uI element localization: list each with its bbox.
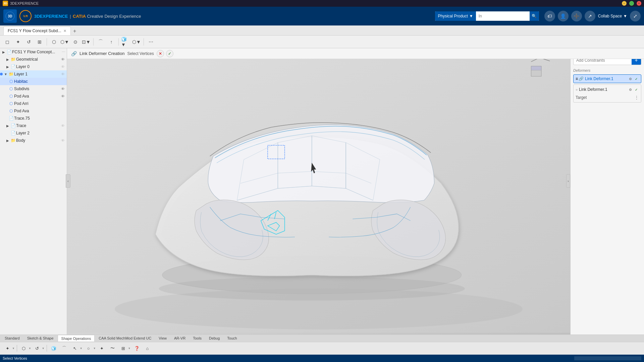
- deformer-detail-expand[interactable]: ○: [576, 88, 578, 92]
- tree-podava1[interactable]: ⬡ Pod Ava 👁: [0, 93, 67, 100]
- toolbar-btn-f[interactable]: ↑: [107, 37, 116, 47]
- toolbar-btn-select[interactable]: ◻: [3, 37, 12, 47]
- body-eye[interactable]: 👁: [60, 138, 65, 143]
- tab-standard[interactable]: Standard: [1, 335, 23, 342]
- search-input[interactable]: [476, 11, 530, 21]
- target-menu[interactable]: ⋮: [634, 95, 639, 100]
- geometrical-expand[interactable]: ▶: [5, 57, 10, 62]
- status-input[interactable]: [574, 356, 641, 360]
- deformer-item-label[interactable]: Link Deformer.1: [585, 76, 626, 81]
- tree-trace[interactable]: ▶ 📄 Trace 👁: [0, 122, 67, 129]
- right-panel-collapse[interactable]: ›: [566, 174, 570, 188]
- bt-dropdown-5[interactable]: ▼: [93, 347, 96, 350]
- bt-btn-star[interactable]: ✦: [97, 344, 107, 353]
- link-deformer-ok[interactable]: ✓: [166, 50, 173, 57]
- bt-dropdown-6[interactable]: ▼: [128, 347, 131, 350]
- tab-sketch-shape[interactable]: Sketch & Shape: [24, 335, 57, 342]
- close-button[interactable]: ×: [637, 1, 641, 6]
- toolbar-btn-e[interactable]: ⌒: [96, 37, 105, 47]
- viewport[interactable]: Z: [67, 36, 570, 335]
- toolbar-btn-d[interactable]: ⊡▼: [82, 37, 91, 47]
- tab-tools[interactable]: Tools: [190, 335, 205, 342]
- bt-btn-grid[interactable]: ⊞: [119, 344, 128, 353]
- user-button[interactable]: 👤: [558, 11, 569, 21]
- toolbar-btn-view2[interactable]: ⬡▼: [132, 37, 141, 47]
- bt-btn-3d[interactable]: 🧊: [49, 344, 58, 353]
- layer0-eye[interactable]: 👁: [60, 64, 65, 69]
- detail-settings-btn[interactable]: ⚙: [628, 87, 633, 92]
- maximize-view-button[interactable]: ⤢: [630, 11, 641, 21]
- layer0-expand[interactable]: ▶: [5, 64, 10, 69]
- tree-habitac[interactable]: ⬡ Habitac: [0, 78, 67, 85]
- bt-dropdown-4[interactable]: ▼: [80, 347, 83, 350]
- toolbar-btn-more[interactable]: ⋯: [146, 37, 156, 47]
- toolbar-btn-a[interactable]: ⬡: [49, 37, 59, 47]
- search-dropdown[interactable]: Physical Product ▼: [435, 11, 476, 21]
- toolbar-btn-copy[interactable]: ⊞: [35, 37, 44, 47]
- link-deformer-cancel[interactable]: ✕: [157, 50, 164, 57]
- bt-btn-help[interactable]: ❓: [132, 344, 142, 353]
- collab-space[interactable]: Collab Space ▼: [598, 14, 627, 18]
- tree-subdivis[interactable]: ⬡ Subdivis 👁: [0, 85, 67, 93]
- tree-layer0[interactable]: ▶ 📄 Layer 0 👁: [0, 63, 67, 70]
- tab-arvr[interactable]: AR-VR: [171, 335, 189, 342]
- tab-shape-operations[interactable]: Shape Operations: [58, 335, 95, 342]
- left-sidebar-collapse[interactable]: ‹: [66, 174, 70, 188]
- deformer-ok-btn[interactable]: ✓: [634, 76, 639, 81]
- bt-btn-circle[interactable]: ○: [84, 344, 93, 353]
- bt-dropdown-2[interactable]: ▼: [29, 347, 31, 350]
- minimize-button[interactable]: −: [622, 1, 627, 6]
- new-tab-button[interactable]: +: [71, 27, 79, 35]
- deformer-settings-btn[interactable]: ⚙: [628, 76, 633, 81]
- tree-body[interactable]: ▶ 📁 Body 👁: [0, 137, 67, 144]
- share-button[interactable]: ↗: [585, 11, 595, 21]
- trace-eye[interactable]: 👁: [60, 123, 65, 128]
- deformer-item[interactable]: ≡ 🔗 Link Deformer.1 ⚙ ✓: [573, 74, 641, 83]
- add-button[interactable]: ➕: [571, 11, 582, 21]
- root-menu[interactable]: ⋯: [62, 50, 65, 54]
- bt-btn-arrow[interactable]: ↖: [70, 344, 80, 353]
- bookmark-button[interactable]: 🏷: [544, 11, 555, 21]
- link-deformer-step: Select Vertices: [127, 51, 154, 56]
- body-expand[interactable]: ▶: [5, 138, 10, 143]
- bt-btn-wave[interactable]: 〜: [108, 344, 117, 353]
- maximize-button[interactable]: □: [629, 1, 634, 6]
- active-tab[interactable]: FCS1 Y Flow Concept Subd... ✕: [3, 26, 71, 35]
- tree-podava2[interactable]: ⬡ Pod Ava: [0, 107, 67, 115]
- trace-expand[interactable]: ▶: [5, 123, 10, 128]
- podava1-icon: ⬡: [8, 93, 14, 99]
- toolbar-btn-c[interactable]: ⊙: [71, 37, 80, 47]
- tab-caa-solid[interactable]: CAA Solid MechMod Extend UC: [95, 335, 155, 342]
- layer1-expand[interactable]: ▼: [3, 72, 8, 76]
- bt-btn-curve[interactable]: ⌒: [60, 344, 69, 353]
- toolbar-btn-b[interactable]: ⬡▼: [60, 37, 69, 47]
- tree-root[interactable]: ▶ 📄 FCS1 Y Flow Concept... ⋯: [0, 48, 67, 56]
- subdivis-eye[interactable]: 👁: [60, 86, 65, 92]
- geometrical-eye[interactable]: 👁: [60, 57, 65, 62]
- habitac-label: Habitac: [14, 79, 65, 84]
- tree-layer2[interactable]: 📄 Layer 2: [0, 129, 67, 137]
- layer1-eye[interactable]: 👁: [60, 71, 65, 77]
- bt-dropdown-3[interactable]: ▼: [42, 347, 45, 350]
- tab-view[interactable]: View: [155, 335, 170, 342]
- tree-trace75[interactable]: 📄 Trace.75: [0, 115, 67, 122]
- bt-dropdown-1[interactable]: ▼: [12, 347, 15, 350]
- search-button[interactable]: 🔍: [530, 11, 539, 21]
- tab-debug[interactable]: Debug: [206, 335, 223, 342]
- bt-sep-2: [47, 345, 47, 352]
- layer2-expand[interactable]: [5, 131, 10, 135]
- toolbar-btn-rotate[interactable]: ↺: [24, 37, 34, 47]
- toolbar-btn-view1[interactable]: 🧊▼: [121, 37, 130, 47]
- podava1-eye[interactable]: 👁: [60, 94, 65, 99]
- tree-podarri[interactable]: ⬡ Pod Arri: [0, 100, 67, 107]
- root-expand[interactable]: ▶: [1, 50, 6, 54]
- toolbar-btn-deformer[interactable]: ✦: [13, 37, 23, 47]
- tree-layer1[interactable]: ▼ 📁 Layer 1 👁: [0, 70, 67, 78]
- bt-btn-move[interactable]: ⬡: [19, 344, 29, 353]
- bt-btn-home[interactable]: ⌂: [143, 344, 152, 353]
- bt-btn-rotate[interactable]: ↺: [33, 344, 42, 353]
- detail-ok-btn[interactable]: ✓: [634, 87, 639, 92]
- bt-btn-select[interactable]: ✦: [3, 344, 12, 353]
- tree-geometrical[interactable]: ▶ 📁 Geometrical 👁: [0, 56, 67, 63]
- tab-touch[interactable]: Touch: [224, 335, 240, 342]
